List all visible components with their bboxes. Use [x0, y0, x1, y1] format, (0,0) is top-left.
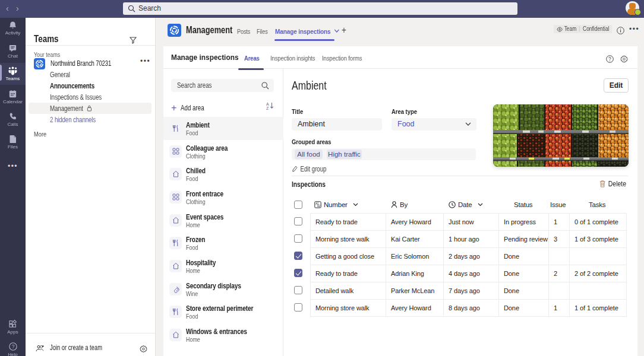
svg-text:A2: A2: [317, 205, 321, 208]
svg-text:Z: Z: [266, 106, 269, 110]
svg-text:A: A: [266, 102, 269, 106]
svg-text:?: ?: [11, 344, 14, 349]
